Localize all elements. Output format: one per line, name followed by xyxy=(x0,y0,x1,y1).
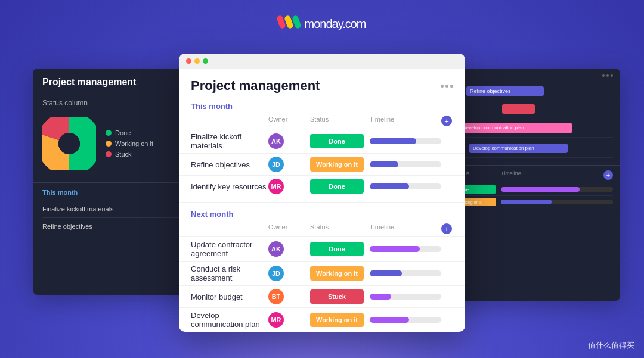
card-right-bottom: Status Timeline + Done Working on it xyxy=(447,165,620,213)
card-right-data-row-1: Done xyxy=(454,183,613,196)
card-main-header: Project management xyxy=(179,69,465,99)
table-row-nm-3[interactable]: Monitor budget BT Stuck xyxy=(179,285,465,307)
timeline-track-nm-1 xyxy=(370,246,441,252)
status-badge-nm-3: Stuck xyxy=(310,289,364,304)
mini-timeline-fill-2 xyxy=(501,200,552,204)
card-right-data-row-2: Working on it xyxy=(454,196,613,208)
timeline-track-nm-2 xyxy=(370,270,441,276)
dot-3 xyxy=(611,74,613,77)
legend-item-done: Done xyxy=(106,129,153,136)
next-month-label: Next month xyxy=(179,207,465,223)
table-header-this-month: Owner Status Timeline + xyxy=(179,116,465,126)
gantt-area: Refine objectives Develop communication … xyxy=(447,83,620,158)
legend-label-stuck: Stuck xyxy=(115,151,132,158)
row-label-nm-3: Monitor budget xyxy=(191,292,268,301)
legend-dot-stuck xyxy=(106,151,112,157)
legend-dot-done xyxy=(106,130,112,136)
col-header-owner-nm: Owner xyxy=(268,223,310,234)
status-badge-tm-1: Done xyxy=(310,134,364,148)
menu-dot-3 xyxy=(450,85,453,88)
card-left-section-label: This month xyxy=(42,189,202,196)
timeline-cell-nm-4 xyxy=(370,317,441,323)
status-badge-tm-3: Done xyxy=(310,179,364,194)
menu-dot-2 xyxy=(445,85,448,88)
add-col-button-nm[interactable]: + xyxy=(441,223,452,234)
watermark: 值什么值得买 xyxy=(588,340,634,351)
timeline-cell-tm-3 xyxy=(370,183,441,189)
legend: Done Working on it Stuck xyxy=(106,117,153,170)
card-right: Refine objectives Develop communication … xyxy=(447,69,620,301)
mini-timeline-2 xyxy=(501,200,613,204)
timeline-cell-nm-1 xyxy=(370,246,441,252)
timeline-cell-nm-2 xyxy=(370,270,441,276)
table-row-tm-2[interactable]: Refine objectives JD Working on it xyxy=(179,153,465,175)
card-left-row-label-1: Finalize kickoff materials xyxy=(42,206,190,213)
watermark-text: 值什么值得买 xyxy=(588,341,634,350)
row-label-tm-3: Identify key resources xyxy=(191,182,268,191)
logo-bar-3 xyxy=(292,14,302,29)
timeline-track-tm-1 xyxy=(370,138,441,144)
card-right-headers: Status Timeline + xyxy=(454,170,613,180)
pie-chart xyxy=(42,117,96,170)
card-main: Project management This month Owner Stat… xyxy=(179,54,465,332)
table-header-next-month: Owner Status Timeline + xyxy=(179,223,465,234)
col-header-status: Status xyxy=(310,116,370,126)
card-main-dots[interactable] xyxy=(441,85,453,88)
row-label-nm-4: Develop communication plan xyxy=(191,311,268,329)
svg-point-3 xyxy=(58,133,80,154)
owner-avatar-nm-4: MR xyxy=(268,312,284,328)
add-column-button[interactable]: + xyxy=(603,170,613,180)
dot-2 xyxy=(606,74,609,77)
legend-dot-working xyxy=(106,141,112,147)
col-header-timeline-nm: Timeline xyxy=(370,223,441,234)
card-left-row-label-2: Refine objectives xyxy=(42,223,190,230)
mini-timeline-fill-1 xyxy=(501,187,580,192)
table-row-nm-4[interactable]: Develop communication plan MR Working on… xyxy=(179,307,465,332)
owner-avatar-tm-3: MR xyxy=(268,179,284,194)
legend-item-working: Working on it xyxy=(106,140,153,147)
timeline-fill-nm-4 xyxy=(370,317,409,323)
card-left-row-2: Refine objectives xyxy=(42,218,202,235)
gantt-bar-2 xyxy=(502,104,535,114)
timeline-track-nm-4 xyxy=(370,317,441,323)
table-row-tm-3[interactable]: Identify key resources MR Done xyxy=(179,175,465,197)
card-chrome-bar xyxy=(179,54,465,69)
three-dots-right xyxy=(602,74,613,77)
row-label-nm-1: Update contractor agreement xyxy=(191,240,268,258)
chrome-dot-red xyxy=(186,58,191,64)
chrome-dot-yellow xyxy=(194,58,200,64)
menu-dot-1 xyxy=(441,85,444,88)
timeline-cell-tm-2 xyxy=(370,161,441,167)
legend-label-done: Done xyxy=(115,129,131,136)
status-badge-nm-1: Done xyxy=(310,242,364,256)
cards-container: Project management Status column xyxy=(0,51,644,340)
col-header-task-nm xyxy=(191,223,268,234)
status-badge-nm-2: Working on it xyxy=(310,266,364,281)
owner-avatar-tm-2: JD xyxy=(268,157,284,172)
status-badge-nm-4: Working on it xyxy=(310,313,364,327)
logo-name: monday xyxy=(304,17,342,30)
table-row-tm-1[interactable]: Finalize kickoff materials AK Done xyxy=(179,129,465,153)
gantt-bar-3: Develop communication plan xyxy=(459,123,572,133)
gantt-row-2 xyxy=(454,101,613,117)
gantt-bar-label-1: Refine objectives xyxy=(470,88,511,94)
owner-avatar-nm-2: JD xyxy=(268,266,284,281)
table-row-nm-1[interactable]: Update contractor agreement AK Done xyxy=(179,236,465,261)
card-main-title: Project management xyxy=(191,78,320,94)
owner-avatar-tm-1: AK xyxy=(268,133,284,149)
card-left-title: Project management xyxy=(42,77,202,88)
this-month-label: This month xyxy=(179,99,465,116)
col-timeline-label: Timeline xyxy=(501,170,599,180)
timeline-cell-nm-3 xyxy=(370,294,441,300)
gantt-bar-4: Develop communication plan xyxy=(469,144,568,153)
gantt-row-1: Refine objectives xyxy=(454,83,613,99)
logo-suffix: .com xyxy=(342,17,366,30)
timeline-fill-nm-3 xyxy=(370,294,391,300)
owner-avatar-nm-3: BT xyxy=(268,289,284,304)
add-col-button[interactable]: + xyxy=(441,116,452,126)
table-row-nm-2[interactable]: Conduct a risk assessment JD Working on … xyxy=(179,261,465,285)
gantt-bar-label-3: Develop communication plan xyxy=(463,125,524,130)
logo-area: monday.com xyxy=(278,11,366,33)
logo-text: monday.com xyxy=(304,11,366,33)
card-right-header xyxy=(447,69,620,83)
